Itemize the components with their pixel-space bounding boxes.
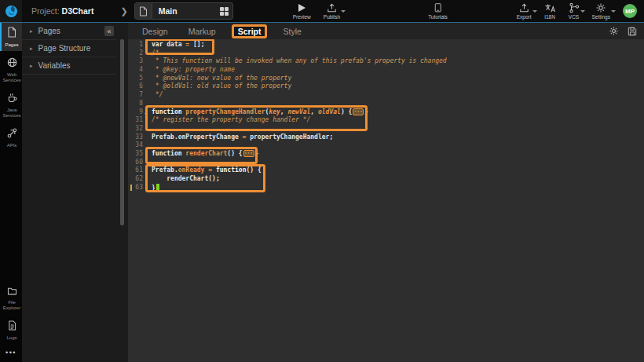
expand-arrow-icon: ▸	[30, 28, 33, 35]
explorer-section-page-structure[interactable]: ▸Page Structure	[22, 40, 116, 57]
line-number: 1	[128, 41, 147, 49]
settings-label: Settings	[592, 14, 611, 20]
project-label: Project:	[31, 6, 60, 16]
tab-style[interactable]: Style	[283, 27, 301, 36]
save-icon[interactable]	[628, 27, 637, 36]
pages-icon	[7, 27, 16, 41]
code-line: 5 * @newVal: new value of the property	[128, 75, 644, 83]
code-line: 35function renderChart() {···}	[128, 150, 644, 159]
code-text[interactable]: /* register the property change handler …	[147, 116, 310, 125]
more-options-icon[interactable]: •••	[0, 346, 22, 362]
scrollbar-thumb[interactable]	[120, 39, 124, 225]
tutorials-button[interactable]: Tutorials	[428, 2, 448, 20]
breadcrumb-chevron-icon[interactable]: ❯	[120, 6, 127, 16]
explorer-empty-area	[22, 75, 116, 362]
logs-label: Logs	[2, 335, 22, 341]
line-number: 63	[128, 184, 147, 192]
java-services-icon	[7, 92, 17, 106]
script-editor[interactable]: 1var data = [];2/*3 * This function will…	[128, 39, 644, 362]
app-logo[interactable]	[0, 0, 22, 22]
preview-icon	[298, 2, 306, 13]
code-line: 8	[128, 100, 644, 108]
line-number: 61	[128, 166, 147, 175]
wavemaker-studio-window: Project:D3Chart ❯ Main PreviewPublishTut…	[0, 0, 644, 362]
project-name: D3Chart	[62, 6, 94, 16]
code-text[interactable]: * @oldVal: old value of the property	[147, 82, 291, 91]
code-line: 32	[128, 125, 644, 133]
tab-script[interactable]: Script	[232, 24, 268, 38]
page-grid-icon[interactable]	[220, 7, 229, 16]
tabbar-actions	[609, 26, 644, 36]
explorer-section-pages[interactable]: ▸Pages«	[22, 23, 116, 40]
code-line: 3 * This function will be invoked when a…	[128, 57, 644, 66]
file-explorer-icon	[7, 284, 17, 298]
settings-button[interactable]: Settings	[592, 2, 611, 20]
code-line: 9▸function propertyChangeHandler(key, ne…	[128, 108, 644, 117]
explorer-section-variables[interactable]: ▸Variables	[22, 57, 116, 75]
collapse-panel-button[interactable]: «	[104, 26, 114, 36]
file-explorer-label: File Explorer	[2, 300, 22, 311]
sidebar-item-file-explorer[interactable]: File Explorer	[0, 280, 22, 314]
preview-label: Preview	[293, 14, 311, 20]
top-bar: Project:D3Chart ❯ Main PreviewPublishTut…	[0, 0, 644, 23]
code-line: 2/*	[128, 49, 644, 58]
code-text[interactable]: * This function will be invoked when any…	[147, 57, 447, 66]
code-text[interactable]: Prefab.onPropertyChange = propertyChange…	[147, 133, 333, 142]
java-services-label: Java Services	[2, 108, 22, 119]
code-text[interactable]: * @key: property name	[147, 66, 235, 75]
code-text[interactable]: /*	[147, 49, 159, 58]
code-line: 1var data = [];	[128, 41, 644, 49]
sidebar-item-web-services[interactable]: Web Services	[0, 53, 22, 86]
line-number: 6	[128, 82, 147, 91]
tab-markup[interactable]: Markup	[188, 27, 216, 36]
preview-button[interactable]: Preview	[293, 2, 311, 20]
user-avatar[interactable]: MP	[623, 4, 637, 18]
vcs-icon	[569, 2, 580, 13]
code-text[interactable]	[147, 100, 152, 108]
code-text[interactable]: renderChart();	[147, 175, 220, 184]
page-settings-gear-icon[interactable]	[609, 26, 619, 36]
line-number: 33	[128, 133, 147, 142]
code-text[interactable]	[147, 125, 152, 133]
page-tab-main[interactable]: Main	[134, 2, 233, 20]
tab-design[interactable]: Design	[142, 27, 168, 36]
code-text[interactable]: Prefab.onReady = function() {	[147, 166, 262, 175]
code-line: 63}	[128, 184, 644, 192]
page-doc-icon	[135, 3, 152, 19]
collapsed-code-widget[interactable]: ···	[353, 108, 364, 115]
i18n-button[interactable]: I18N	[544, 2, 556, 20]
code-text[interactable]	[147, 159, 152, 167]
collapsed-code-widget[interactable]: ···	[243, 150, 254, 157]
editor-tab-bar: DesignMarkupScriptStyle	[128, 23, 644, 39]
gutter-marker-icon	[130, 185, 132, 191]
explorer-section-label: Page Structure	[38, 44, 91, 53]
code-text[interactable]: var data = [];	[147, 41, 204, 49]
logs-icon	[8, 320, 16, 334]
code-text[interactable]: }	[147, 184, 159, 192]
sidebar-item-apis[interactable]: APIs	[0, 123, 22, 152]
publish-button[interactable]: Publish	[324, 2, 340, 20]
export-button[interactable]: Export	[517, 2, 532, 20]
vcs-button[interactable]: VCS	[569, 2, 580, 20]
expand-arrow-icon: ▸	[30, 46, 33, 52]
web-services-icon	[7, 57, 17, 71]
sidebar-item-logs[interactable]: Logs	[0, 316, 22, 344]
code-line: 31/* register the property change handle…	[128, 116, 644, 125]
text-cursor	[156, 184, 159, 191]
code-text[interactable]: function renderChart() {···}	[147, 150, 258, 159]
code-line: 61Prefab.onReady = function() {	[128, 166, 644, 175]
code-text[interactable]: function propertyChangeHandler(key, newV…	[147, 108, 368, 117]
code-line: 60	[128, 159, 644, 167]
sidebar-item-java-services[interactable]: Java Services	[0, 88, 22, 122]
publish-label: Publish	[324, 14, 340, 20]
line-number: 5	[128, 75, 147, 83]
sidebar-item-pages[interactable]: Pages	[0, 23, 22, 51]
code-text[interactable]: */	[147, 91, 163, 100]
code-text[interactable]	[147, 141, 152, 150]
settings-icon	[595, 2, 606, 13]
code-lines: 1var data = [];2/*3 * This function will…	[128, 41, 644, 192]
line-number: 9▸	[128, 108, 147, 117]
code-text[interactable]: * @newVal: new value of the property	[147, 75, 291, 83]
line-number: 8	[128, 100, 147, 108]
line-number: 2	[128, 49, 147, 58]
